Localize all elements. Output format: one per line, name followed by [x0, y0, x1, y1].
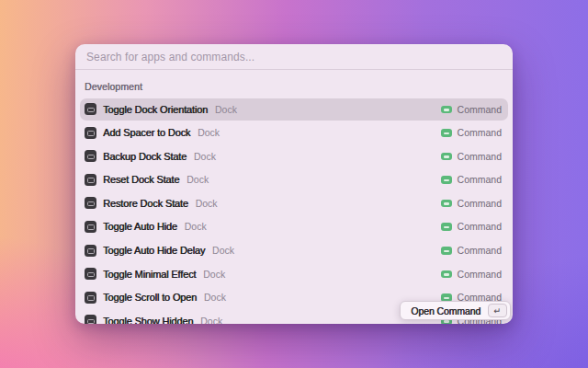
dock-icon: [85, 292, 96, 304]
list-item-title: Toggle Dock Orientation: [103, 104, 208, 115]
command-type-icon: [441, 245, 452, 256]
list-item[interactable]: Toggle Minimal Effect Dock Command: [80, 263, 508, 285]
list-item-type: Command: [458, 269, 502, 280]
list-item-subtitle: Dock: [215, 104, 237, 115]
list-item-type: Command: [458, 127, 502, 138]
list-item[interactable]: Restore Dock State Dock Command: [80, 192, 508, 214]
list-item-meta: Command: [441, 221, 502, 232]
list-item-title: Restore Dock State: [103, 198, 188, 209]
command-type-icon: [441, 151, 452, 162]
open-command-label: Open Command: [411, 305, 481, 316]
list-item-type: Command: [458, 221, 502, 232]
command-type-icon: [441, 104, 452, 115]
list-item-subtitle: Dock: [194, 151, 216, 162]
dock-icon: [85, 245, 96, 257]
return-key-icon: ↵: [488, 304, 507, 317]
command-palette-window: Search for apps and commands... Developm…: [75, 44, 513, 324]
results-list: Development Toggle Dock Orientation Dock…: [75, 70, 513, 324]
dock-icon: [85, 174, 96, 186]
list-item[interactable]: Toggle Auto Hide Delay Dock Command: [80, 239, 508, 261]
list-item[interactable]: Toggle Dock Orientation Dock Command: [80, 98, 508, 121]
list-item-title: Toggle Scroll to Open: [103, 292, 197, 303]
list-item[interactable]: Backup Dock State Dock Command: [80, 145, 508, 167]
list-item-subtitle: Dock: [204, 292, 226, 303]
dock-icon: [85, 221, 96, 233]
command-type-icon: [441, 198, 452, 209]
search-bar[interactable]: Search for apps and commands...: [75, 44, 513, 70]
list-item[interactable]: Reset Dock State Dock Command: [80, 168, 508, 190]
list-item-type: Command: [458, 174, 502, 185]
dock-icon: [85, 150, 96, 162]
command-type-icon: [441, 174, 452, 185]
list-item-meta: Command: [441, 151, 502, 162]
dock-icon: [85, 315, 96, 324]
list-item-type: Command: [458, 245, 502, 256]
list-item-title: Reset Dock State: [103, 174, 179, 185]
dock-icon: [85, 268, 96, 280]
rows-container: Toggle Dock Orientation Dock Command Add…: [80, 98, 508, 325]
command-type-icon: [441, 269, 452, 280]
list-item-subtitle: Dock: [212, 245, 234, 256]
dock-icon: [85, 127, 96, 139]
list-item-subtitle: Dock: [200, 316, 222, 324]
list-item-type: Command: [458, 151, 502, 162]
list-item-type: Command: [458, 104, 502, 115]
list-item-type: Command: [458, 198, 502, 209]
list-item-title: Add Spacer to Dock: [103, 127, 190, 138]
list-item-title: Toggle Auto Hide Delay: [103, 245, 205, 256]
dock-icon: [85, 103, 96, 115]
list-item-subtitle: Dock: [187, 174, 209, 185]
dock-icon: [85, 197, 96, 209]
list-item-subtitle: Dock: [185, 221, 207, 232]
section-header: Development: [85, 81, 503, 92]
open-command-hint[interactable]: Open Command ↵: [400, 301, 511, 320]
list-item-title: Toggle Minimal Effect: [103, 269, 196, 280]
list-item-subtitle: Dock: [196, 198, 218, 209]
list-item-meta: Command: [441, 198, 502, 209]
command-type-icon: [441, 221, 452, 232]
list-item-title: Toggle Auto Hide: [103, 221, 177, 232]
list-item-meta: Command: [441, 245, 502, 256]
search-input[interactable]: Search for apps and commands...: [86, 51, 254, 63]
list-item[interactable]: Toggle Auto Hide Dock Command: [80, 215, 508, 237]
list-item-subtitle: Dock: [198, 127, 220, 138]
list-item-meta: Command: [441, 127, 502, 138]
list-item-meta: Command: [441, 104, 502, 115]
list-item[interactable]: Add Spacer to Dock Dock Command: [80, 121, 508, 144]
list-item-title: Toggle Show Hidden: [103, 316, 193, 324]
command-type-icon: [441, 127, 452, 138]
list-item-subtitle: Dock: [203, 269, 225, 280]
list-item-meta: Command: [441, 174, 502, 185]
list-item-title: Backup Dock State: [103, 151, 187, 162]
list-item-meta: Command: [441, 269, 502, 280]
